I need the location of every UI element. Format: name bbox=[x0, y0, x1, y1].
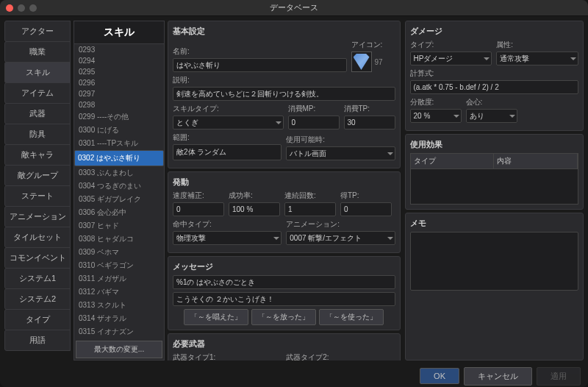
category-tab[interactable]: タイルセット bbox=[4, 227, 71, 248]
list-item[interactable]: 0312 バギマ bbox=[74, 285, 164, 299]
list-item[interactable]: 0310 ベギラゴン bbox=[74, 259, 164, 272]
memo-group: メモ bbox=[405, 213, 584, 361]
list-item[interactable]: 0303 ぶんまわし bbox=[74, 166, 164, 180]
repeat-input[interactable] bbox=[284, 202, 336, 216]
list-item[interactable]: 0300 にげる bbox=[74, 124, 164, 137]
list-item[interactable]: 0316 ベホマラー bbox=[74, 338, 164, 339]
occasion-select[interactable]: バトル画面 bbox=[286, 146, 395, 160]
list-item[interactable]: 0295 bbox=[74, 66, 164, 77]
category-tab[interactable]: アイテム bbox=[4, 82, 71, 104]
list-item[interactable]: 0301 ----TPスキル bbox=[74, 137, 164, 150]
formula-input[interactable] bbox=[410, 80, 578, 94]
damage-group: ダメージ タイプ:HPダメージ 属性:通常攻撃 計算式: 分散度:20 % 会心… bbox=[405, 21, 584, 131]
message-line1[interactable] bbox=[173, 275, 395, 289]
skill-list[interactable]: 0293 0294 0295 0296 0297 0298 0299 ----そ… bbox=[74, 44, 164, 339]
memo-textarea[interactable] bbox=[410, 232, 578, 291]
critical-select[interactable]: あり bbox=[466, 109, 517, 123]
list-item[interactable]: 0311 メガザル bbox=[74, 272, 164, 285]
list-item[interactable]: 0299 ----その他 bbox=[74, 110, 164, 124]
skill-type-select[interactable]: とくぎ bbox=[173, 116, 284, 129]
apply-button: 適用 bbox=[537, 367, 581, 386]
window-title: データベース bbox=[0, 2, 588, 13]
category-tab[interactable]: 敵グループ bbox=[4, 165, 71, 186]
scope-select[interactable]: 敵2体 ランダム bbox=[173, 144, 282, 160]
success-input[interactable] bbox=[229, 202, 280, 216]
ok-button[interactable]: OK bbox=[420, 368, 459, 384]
category-tab[interactable]: 防具 bbox=[4, 124, 71, 145]
category-tab[interactable]: 武器 bbox=[4, 103, 71, 124]
list-item[interactable]: 0314 ザオラル bbox=[74, 312, 164, 325]
list-item[interactable]: 0315 イオナズン bbox=[74, 325, 164, 338]
list-item[interactable]: 0296 bbox=[74, 77, 164, 88]
category-tab[interactable]: 職業 bbox=[4, 41, 71, 63]
category-tab[interactable]: アクター bbox=[4, 21, 71, 42]
animation-select[interactable]: 0007 斬撃/エフェクト bbox=[286, 231, 395, 245]
list-title: スキル bbox=[74, 21, 164, 44]
message-line2[interactable] bbox=[173, 292, 395, 306]
list-item[interactable]: 0297 bbox=[74, 88, 164, 99]
category-tab[interactable]: アニメーション bbox=[4, 206, 71, 227]
speed-input[interactable] bbox=[173, 202, 224, 216]
category-tab[interactable]: システム2 bbox=[4, 288, 71, 310]
variance-select[interactable]: 20 % bbox=[410, 109, 462, 123]
desc-input[interactable] bbox=[173, 87, 395, 101]
list-item[interactable]: 0306 会心必中 bbox=[74, 206, 164, 219]
mp-input[interactable] bbox=[288, 116, 340, 129]
list-item[interactable]: 0302 はやぶさ斬り bbox=[74, 150, 164, 166]
element-select[interactable]: 通常攻撃 bbox=[496, 52, 578, 65]
effects-group: 使用効果 タイプ内容 bbox=[405, 134, 584, 210]
category-tab[interactable]: タイプ bbox=[4, 309, 71, 330]
damage-type-select[interactable]: HPダメージ bbox=[410, 52, 492, 65]
icon-id: 97 bbox=[375, 58, 383, 66]
name-input[interactable] bbox=[173, 58, 347, 72]
icon-picker[interactable] bbox=[351, 52, 372, 72]
message-group: メッセージ 「～を唱えた」 「～を放った」 「～を使った」 bbox=[168, 256, 401, 330]
tpgain-input[interactable] bbox=[340, 202, 392, 216]
effects-table[interactable]: タイプ内容 bbox=[410, 153, 578, 205]
category-tab[interactable]: 用語 bbox=[4, 330, 71, 351]
list-item[interactable]: 0298 bbox=[74, 99, 164, 110]
change-max-button[interactable]: 最大数の変更... bbox=[76, 341, 162, 358]
msg-preset-use[interactable]: 「～を使った」 bbox=[319, 309, 384, 325]
list-item[interactable]: 0309 ベホマ bbox=[74, 246, 164, 259]
hit-type-select[interactable]: 物理攻撃 bbox=[173, 231, 282, 245]
list-item[interactable]: 0294 bbox=[74, 55, 164, 66]
invocation-group: 発動 速度補正: 成功率: 連続回数: 得TP: 命中タイプ:物理攻撃 アニメー… bbox=[168, 171, 401, 253]
msg-preset-cast[interactable]: 「～を唱えた」 bbox=[184, 309, 248, 325]
sword-icon bbox=[354, 54, 370, 70]
category-tab[interactable]: ステート bbox=[4, 185, 71, 207]
basic-settings-group: 基本設定 名前: アイコン: 97 説明: スキルタイプ:とくぎ 消費MP: 消… bbox=[168, 21, 401, 168]
msg-preset-release[interactable]: 「～を放った」 bbox=[251, 309, 316, 325]
category-tabs: アクター職業スキルアイテム武器防具敵キャラ敵グループステートアニメーションタイル… bbox=[4, 21, 71, 361]
tp-input[interactable] bbox=[344, 116, 395, 129]
list-item[interactable]: 0304 つるぎのまい bbox=[74, 180, 164, 193]
group-title: 基本設定 bbox=[173, 26, 395, 37]
list-item[interactable]: 0307 ヒャド bbox=[74, 219, 164, 232]
list-item[interactable]: 0308 ヒャダルコ bbox=[74, 232, 164, 246]
list-item[interactable]: 0293 bbox=[74, 44, 164, 55]
category-tab[interactable]: 敵キャラ bbox=[4, 144, 71, 166]
category-tab[interactable]: スキル bbox=[4, 62, 71, 83]
list-item[interactable]: 0305 ギガブレイク bbox=[74, 193, 164, 206]
category-tab[interactable]: コモンイベント bbox=[4, 247, 71, 269]
list-item[interactable]: 0313 スクルト bbox=[74, 299, 164, 312]
cancel-button[interactable]: キャンセル bbox=[464, 367, 532, 386]
category-tab[interactable]: システム1 bbox=[4, 268, 71, 289]
required-weapon-group: 必要武器 武器タイプ1:剣 武器タイプ2:大剣 bbox=[168, 333, 401, 361]
